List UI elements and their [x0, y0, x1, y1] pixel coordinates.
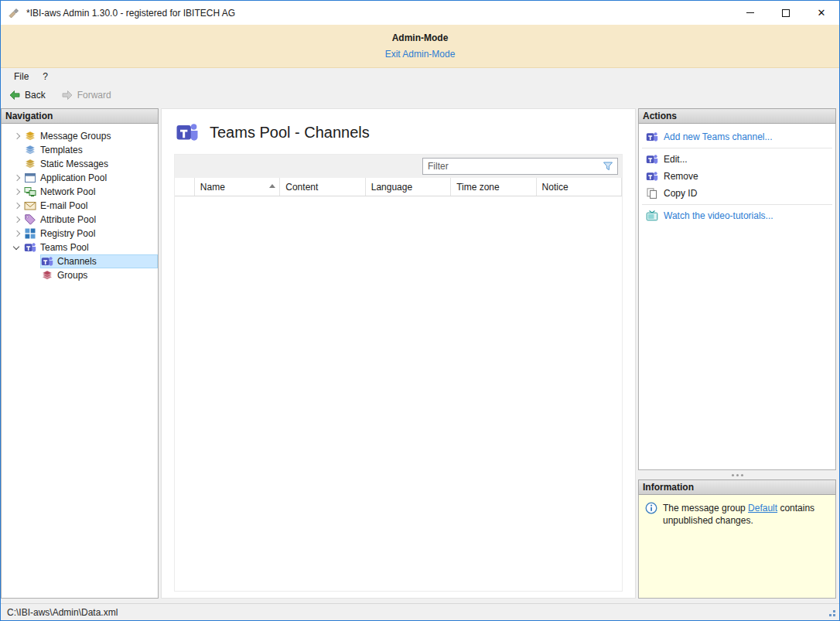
- chevron-right-icon[interactable]: [11, 186, 23, 198]
- information-box: The message group Default contains unpub…: [638, 495, 836, 599]
- action-edit[interactable]: Edit...: [639, 151, 835, 168]
- navigation-tree: Message Groups Templates Static Messages…: [1, 124, 159, 599]
- menu-bar: File ?: [1, 68, 839, 85]
- default-message-group-link[interactable]: Default: [748, 503, 777, 514]
- registry-pool-icon: [24, 227, 36, 240]
- nav-item-channels[interactable]: Channels: [2, 254, 158, 268]
- nav-item-groups[interactable]: Groups: [2, 268, 158, 282]
- nav-item-label: Message Groups: [40, 131, 111, 142]
- window-controls: ✕: [732, 1, 839, 25]
- status-file-path: C:\IBI-aws\Admin\Data.xml: [7, 607, 118, 618]
- close-button[interactable]: ✕: [804, 1, 839, 25]
- forward-button[interactable]: Forward: [58, 87, 114, 103]
- column-label: Name: [200, 182, 225, 193]
- maximize-icon: [782, 9, 790, 17]
- nav-item-attribute-pool[interactable]: Attribute Pool: [2, 213, 158, 227]
- exit-admin-mode-link[interactable]: Exit Admin-Mode: [385, 49, 456, 60]
- table-body-empty[interactable]: [175, 196, 622, 591]
- nav-item-network-pool[interactable]: Network Pool: [2, 185, 158, 199]
- teams-edit-icon: [646, 153, 658, 165]
- filter-funnel-icon[interactable]: [602, 160, 614, 172]
- info-text-before: The message group: [663, 503, 748, 514]
- column-header-notice[interactable]: Notice: [537, 178, 622, 196]
- column-header-content[interactable]: Content: [280, 178, 365, 196]
- filter-input[interactable]: [423, 159, 602, 174]
- nav-item-templates[interactable]: Templates: [2, 143, 158, 157]
- column-header-name[interactable]: Name: [195, 178, 280, 196]
- nav-item-static-messages[interactable]: Static Messages: [2, 157, 158, 171]
- minimize-icon: [746, 12, 754, 13]
- teams-remove-icon: [646, 170, 658, 183]
- nav-item-message-groups[interactable]: Message Groups: [2, 129, 158, 143]
- minimize-button[interactable]: [732, 1, 768, 25]
- nav-item-registry-pool[interactable]: Registry Pool: [2, 227, 158, 241]
- information-message: The message group Default contains unpub…: [663, 502, 829, 527]
- teams-add-icon: [646, 131, 658, 143]
- action-label: Watch the video-tutorials...: [664, 210, 773, 221]
- action-watch-video-tutorials[interactable]: Watch the video-tutorials...: [639, 207, 835, 224]
- action-copy-id[interactable]: Copy ID: [639, 185, 835, 202]
- static-messages-icon: [24, 158, 36, 170]
- action-label: Edit...: [664, 154, 688, 165]
- title-bar[interactable]: *IBI-aws Admin 1.30.0 - registered for I…: [1, 1, 839, 25]
- teams-pool-icon: [24, 241, 36, 254]
- message-groups-icon: [24, 130, 36, 142]
- application-pool-icon: [24, 172, 36, 184]
- filter-bar: [175, 155, 622, 178]
- nav-item-application-pool[interactable]: Application Pool: [2, 171, 158, 185]
- navigation-panel: Navigation Message Groups Templates Stat…: [1, 108, 159, 599]
- admin-mode-banner: Admin-Mode Exit Admin-Mode: [1, 25, 839, 68]
- column-header-timezone[interactable]: Time zone: [451, 178, 536, 196]
- panel-splitter[interactable]: [638, 470, 836, 479]
- grip-dots-icon: [736, 474, 739, 476]
- chevron-right-icon[interactable]: [11, 227, 23, 240]
- chevron-right-icon[interactable]: [11, 200, 23, 212]
- maximize-button[interactable]: [768, 1, 804, 25]
- nav-item-email-pool[interactable]: E-mail Pool: [2, 199, 158, 213]
- content-area: Navigation Message Groups Templates Stat…: [1, 105, 839, 603]
- back-arrow-icon: [9, 89, 21, 101]
- separator: [642, 148, 832, 148]
- nav-item-label: Application Pool: [40, 172, 107, 183]
- close-icon: ✕: [818, 8, 826, 18]
- chevron-down-icon[interactable]: [11, 241, 23, 254]
- nav-item-label: Network Pool: [40, 186, 95, 197]
- main-panel: Teams Pool - Channels Name Con: [161, 108, 636, 599]
- chevron-right-icon[interactable]: [11, 172, 23, 184]
- window-title: *IBI-aws Admin 1.30.0 - registered for I…: [26, 8, 732, 19]
- back-label: Back: [25, 90, 46, 101]
- chevron-right-icon[interactable]: [11, 213, 23, 226]
- network-pool-icon: [24, 186, 36, 198]
- tv-icon: [646, 210, 658, 222]
- teams-channel-icon: [41, 255, 53, 268]
- column-header-language[interactable]: Language: [366, 178, 451, 196]
- chevron-spacer: [11, 158, 23, 170]
- menu-help[interactable]: ?: [36, 70, 55, 84]
- action-label: Remove: [664, 171, 698, 182]
- nav-item-teams-pool[interactable]: Teams Pool: [2, 241, 158, 254]
- actions-header: Actions: [638, 108, 836, 124]
- nav-item-label: Registry Pool: [40, 228, 95, 239]
- copy-icon: [646, 187, 658, 200]
- column-label: Content: [285, 182, 318, 193]
- nav-item-label: E-mail Pool: [40, 200, 87, 211]
- filter-box: [422, 158, 618, 175]
- attribute-pool-icon: [24, 213, 36, 226]
- nav-item-label: Groups: [57, 270, 87, 281]
- sort-ascending-icon: [269, 184, 275, 188]
- teams-groups-icon: [41, 269, 53, 281]
- page-title-row: Teams Pool - Channels: [162, 109, 635, 144]
- separator: [642, 204, 832, 205]
- menu-file[interactable]: File: [7, 70, 36, 84]
- status-bar: C:\IBI-aws\Admin\Data.xml: [1, 603, 839, 620]
- action-remove[interactable]: Remove: [639, 168, 835, 185]
- app-window: *IBI-aws Admin 1.30.0 - registered for I…: [0, 0, 840, 621]
- email-pool-icon: [24, 200, 36, 212]
- action-add-teams-channel[interactable]: Add new Teams channel...: [639, 128, 835, 145]
- chevron-right-icon[interactable]: [11, 130, 23, 142]
- nav-item-label: Static Messages: [40, 159, 108, 169]
- row-selector-gutter: [175, 178, 195, 196]
- resize-grip[interactable]: [833, 614, 835, 616]
- back-button[interactable]: Back: [5, 87, 49, 103]
- column-label: Language: [371, 182, 412, 193]
